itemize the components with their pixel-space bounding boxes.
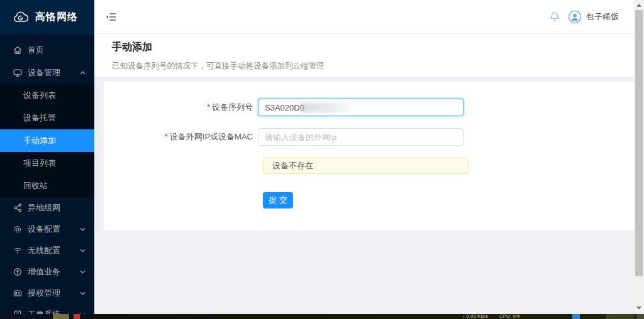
chevron-down-icon bbox=[80, 291, 86, 295]
submenu-item-label: 设备列表 bbox=[23, 90, 56, 101]
scrollbar-up-arrow-icon[interactable] bbox=[636, 4, 641, 7]
taskbar[interactable]: ↓ 0.93 KB/s CPU: 0% bbox=[0, 314, 644, 319]
taskbar-tray-segment[interactable] bbox=[606, 314, 635, 319]
app-window: 高恪网络 首页 设备管理 bbox=[0, 0, 644, 319]
monitor-icon bbox=[13, 68, 22, 77]
topbar: 包子稀饭 bbox=[94, 0, 644, 34]
topbar-right: 包子稀饭 bbox=[550, 10, 630, 24]
sidebar-item-label: 增值业务 bbox=[28, 266, 60, 278]
device-management-submenu: 设备列表 设备托管 手动添加 项目列表 回收站 bbox=[0, 84, 94, 197]
ip-label: *设备外网IP或设备MAC bbox=[104, 131, 258, 143]
user-menu[interactable]: 包子稀饭 bbox=[568, 10, 619, 24]
id-card-icon bbox=[13, 289, 22, 298]
required-asterisk: * bbox=[207, 102, 210, 112]
sidebar-item-label: 设备管理 bbox=[28, 67, 60, 78]
alert-message: 设备不存在 bbox=[272, 160, 313, 171]
ip-input[interactable] bbox=[258, 128, 464, 146]
taskbar-app-segment[interactable] bbox=[53, 314, 69, 319]
submenu-item-manual-add[interactable]: 手动添加 bbox=[0, 129, 94, 152]
sidebar-item-label: 授权管理 bbox=[28, 288, 60, 299]
submenu-item-project-list[interactable]: 项目列表 bbox=[0, 152, 94, 175]
sidebar-item-remote-networking[interactable]: 异地组网 bbox=[0, 197, 94, 219]
taskbar-show-desktop[interactable] bbox=[636, 314, 644, 319]
submenu-item-device-list[interactable]: 设备列表 bbox=[0, 84, 94, 107]
page-header: 手动添加 已知设备序列号的情况下，可直接手动将设备添加到云端管理 bbox=[94, 34, 644, 77]
submenu-item-recycle-bin[interactable]: 回收站 bbox=[0, 175, 94, 197]
sidebar-item-label: 首页 bbox=[28, 45, 44, 56]
serial-label: *设备序列号 bbox=[104, 102, 258, 113]
serial-input-wrap bbox=[258, 99, 464, 116]
submit-button[interactable]: 提 交 bbox=[263, 192, 293, 208]
required-asterisk: * bbox=[165, 132, 168, 141]
sidebar-item-ticket-system[interactable]: 工单系统 bbox=[0, 304, 94, 314]
brand-name: 高恪网络 bbox=[35, 11, 78, 24]
taskbar-red-icon[interactable] bbox=[74, 314, 80, 319]
sidebar-nav: 首页 设备管理 设备列表 设备托管 bbox=[0, 35, 94, 314]
error-alert: 设备不存在 bbox=[263, 158, 469, 174]
home-icon bbox=[13, 46, 22, 55]
taskbar-net-speed: ↓ 0.93 KB/s bbox=[462, 314, 488, 319]
sidebar-item-wireless-config[interactable]: 无线配置 bbox=[0, 240, 94, 261]
content-card: *设备序列号 *设备外网IP或设备MAC 设备不存在 提 交 bbox=[104, 82, 635, 230]
sidebar-item-label: 无线配置 bbox=[28, 245, 60, 256]
submenu-item-label: 项目列表 bbox=[23, 158, 56, 169]
sidebar-item-label: 工单系统 bbox=[28, 309, 60, 314]
form-row-serial: *设备序列号 bbox=[104, 99, 635, 116]
scrollbar-down-arrow-icon[interactable] bbox=[636, 306, 641, 310]
logo[interactable]: 高恪网络 bbox=[0, 0, 94, 35]
share-network-icon bbox=[13, 203, 22, 212]
ip-input-wrap bbox=[258, 128, 464, 146]
form-row-ip: *设备外网IP或设备MAC bbox=[104, 128, 635, 146]
main-area: 包子稀饭 手动添加 已知设备序列号的情况下，可直接手动将设备添加到云端管理 *设… bbox=[94, 0, 644, 314]
taskbar-monitor-text: ↓ 0.93 KB/s CPU: 0% bbox=[462, 314, 520, 319]
sidebar-item-label: 异地组网 bbox=[28, 202, 60, 214]
username: 包子稀饭 bbox=[586, 11, 619, 23]
gear-icon bbox=[13, 225, 22, 234]
sidebar-item-label: 设备配置 bbox=[28, 224, 60, 235]
scrollbar-thumb[interactable] bbox=[635, 10, 643, 276]
submenu-item-device-hosting[interactable]: 设备托管 bbox=[0, 107, 94, 129]
chevron-down-icon bbox=[80, 270, 86, 274]
taskbar-cpu: CPU: 0% bbox=[499, 314, 520, 319]
notification-bell-icon[interactable] bbox=[550, 11, 560, 22]
wifi-icon bbox=[13, 246, 22, 255]
sidebar-item-value-added-services[interactable]: 增值业务 bbox=[0, 261, 94, 283]
sidebar-item-home[interactable]: 首页 bbox=[0, 39, 94, 62]
page-title: 手动添加 bbox=[112, 41, 626, 54]
chevron-down-icon bbox=[80, 249, 86, 252]
menu-fold-icon[interactable] bbox=[106, 13, 116, 21]
submenu-item-label: 设备托管 bbox=[23, 112, 56, 124]
cloud-logo-icon bbox=[13, 11, 30, 23]
page-subtitle: 已知设备序列号的情况下，可直接手动将设备添加到云端管理 bbox=[112, 61, 626, 72]
submenu-item-label: 回收站 bbox=[23, 180, 48, 192]
sidebar-item-device-management[interactable]: 设备管理 bbox=[0, 62, 94, 84]
sidebar-item-license-management[interactable]: 授权管理 bbox=[0, 283, 94, 304]
chevron-up-icon bbox=[80, 71, 86, 75]
serial-input[interactable] bbox=[258, 99, 464, 116]
sidebar: 高恪网络 首页 设备管理 bbox=[0, 0, 94, 314]
taskbar-tray-icon[interactable] bbox=[572, 314, 580, 319]
user-avatar-icon bbox=[568, 10, 582, 24]
sidebar-item-device-config[interactable]: 设备配置 bbox=[0, 219, 94, 240]
chevron-down-icon bbox=[80, 227, 86, 231]
value-added-icon bbox=[13, 268, 22, 276]
scrollbar[interactable] bbox=[634, 0, 644, 314]
submenu-item-label: 手动添加 bbox=[23, 135, 56, 146]
